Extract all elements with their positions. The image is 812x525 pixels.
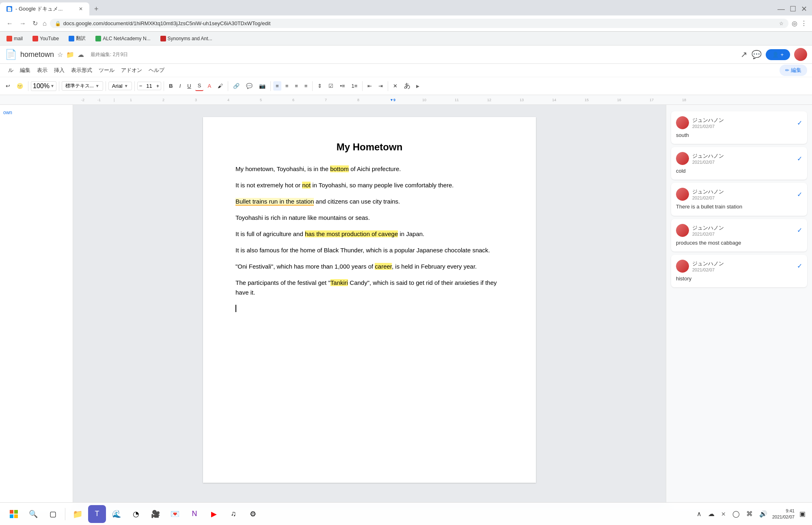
move-doc-btn[interactable]: 📁 bbox=[66, 51, 74, 59]
comment-header-5: ジュンハノン 2021/02/07 ✓ bbox=[676, 260, 802, 273]
italic-button[interactable]: I bbox=[177, 81, 184, 91]
bold-button[interactable]: B bbox=[166, 81, 175, 91]
file-explorer-btn[interactable]: 📁 bbox=[69, 505, 86, 523]
cloud-icon[interactable]: ☁ bbox=[706, 508, 716, 519]
highlight-color-button[interactable]: 🖌 bbox=[215, 81, 225, 91]
new-tab-button[interactable]: + bbox=[91, 5, 102, 13]
font-family-select[interactable]: Arial ▼ bbox=[108, 82, 132, 90]
menu-file[interactable]: ル bbox=[5, 65, 17, 76]
checklist-btn[interactable]: ☑ bbox=[326, 81, 336, 91]
bookmark-alc[interactable]: ALC NetAcademy N... bbox=[92, 35, 153, 42]
youtube-taskbar-btn[interactable]: ▶ bbox=[205, 505, 223, 523]
share-button[interactable]: 👤 + bbox=[766, 49, 790, 60]
link-button[interactable]: 🔗 bbox=[231, 81, 242, 91]
comment-resolve-btn-4[interactable]: ✓ bbox=[797, 226, 802, 234]
star-doc-btn[interactable]: ☆ bbox=[57, 51, 63, 59]
comment-resolve-btn-5[interactable]: ✓ bbox=[797, 262, 802, 270]
align-left-btn[interactable]: ≡ bbox=[273, 81, 281, 91]
more-options-btn[interactable]: ▸ bbox=[416, 82, 419, 90]
tab-close-btn[interactable]: ✕ bbox=[79, 6, 83, 12]
font-size-decrease-btn[interactable]: − bbox=[138, 82, 144, 90]
outline-item-hometown[interactable]: own bbox=[3, 108, 69, 117]
bookmark-youtube[interactable]: YouTube bbox=[29, 35, 62, 42]
comment-text-3: There is a bullet train station bbox=[676, 203, 802, 210]
indent-less-btn[interactable]: ⇤ bbox=[365, 81, 374, 91]
align-right-btn[interactable]: ≡ bbox=[292, 81, 300, 91]
toolbar-paint-btn[interactable]: 🌝 bbox=[14, 81, 26, 91]
home-btn[interactable]: ⌂ bbox=[43, 20, 47, 27]
star-btn[interactable]: ☆ bbox=[779, 21, 784, 26]
music-btn[interactable]: ♫ bbox=[225, 505, 242, 523]
teams-btn[interactable]: T bbox=[88, 505, 106, 523]
comment-header-4: ジュンハノン 2021/02/07 ✓ bbox=[676, 224, 802, 237]
comment-resolve-btn-1[interactable]: ✓ bbox=[797, 119, 802, 127]
edge-btn[interactable]: 🌊 bbox=[108, 505, 125, 523]
doc-title[interactable]: hometown bbox=[20, 50, 54, 59]
edit-mode-button[interactable]: ✏ 編集 bbox=[780, 65, 807, 76]
comment-resolve-btn-2[interactable]: ✓ bbox=[797, 155, 802, 163]
comment-text-4: produces the most cabbage bbox=[676, 239, 802, 247]
underline-button[interactable]: U bbox=[185, 81, 193, 91]
menu-edit[interactable]: 編集 bbox=[17, 65, 34, 76]
wifi-icon[interactable]: ⌘ bbox=[745, 508, 754, 519]
menu-addons[interactable]: アドオン bbox=[118, 65, 145, 76]
start-button[interactable] bbox=[5, 505, 23, 523]
line-spacing-btn[interactable]: ⇕ bbox=[315, 81, 324, 91]
task-view-button[interactable]: ▢ bbox=[44, 505, 62, 523]
outlook-btn[interactable]: 💌 bbox=[166, 505, 184, 523]
close-notification-icon[interactable]: ✕ bbox=[719, 509, 728, 519]
zoom-control[interactable]: 100% ▼ bbox=[31, 81, 56, 91]
strikethrough-button[interactable]: S bbox=[195, 81, 204, 91]
active-tab[interactable]: 📄 - Google ドキュメ... ✕ bbox=[0, 2, 89, 15]
text-color-button[interactable]: A bbox=[205, 81, 214, 91]
comment-resolve-btn-3[interactable]: ✓ bbox=[797, 191, 802, 198]
toolbar-sep-9 bbox=[362, 81, 363, 91]
japanese-input-btn[interactable]: あ bbox=[402, 80, 413, 92]
back-btn[interactable]: ← bbox=[5, 20, 15, 27]
toolbar-undo-btn[interactable]: ↩ bbox=[3, 81, 13, 91]
chevron-up-icon[interactable]: ∧ bbox=[695, 508, 703, 519]
power-icon[interactable]: ◯ bbox=[731, 508, 741, 519]
onenote-btn[interactable]: N bbox=[186, 505, 203, 523]
comment-icon[interactable]: 💬 bbox=[752, 50, 762, 59]
menu-btn[interactable]: ⋮ bbox=[801, 20, 807, 27]
notifications-icon[interactable]: ▣ bbox=[798, 508, 807, 519]
font-size-increase-btn[interactable]: + bbox=[155, 82, 161, 90]
video-btn[interactable]: 🎥 bbox=[147, 505, 164, 523]
activity-icon[interactable]: ↗ bbox=[741, 50, 747, 59]
menu-view[interactable]: 表示 bbox=[34, 65, 51, 76]
menu-tools[interactable]: ツール bbox=[95, 65, 118, 76]
bookmark-synonyms[interactable]: Synonyms and Ant... bbox=[157, 35, 216, 42]
image-button[interactable]: 📷 bbox=[257, 81, 268, 91]
bookmark-translate[interactable]: 翻訳 bbox=[65, 34, 89, 43]
forward-btn[interactable]: → bbox=[18, 20, 28, 27]
numbered-list-btn[interactable]: 1≡ bbox=[349, 81, 360, 91]
menu-insert[interactable]: 挿入 bbox=[51, 65, 68, 76]
align-center-btn[interactable]: ≡ bbox=[283, 81, 291, 91]
reload-btn[interactable]: ↻ bbox=[31, 20, 39, 27]
url-display[interactable]: docs.google.com/document/d/1hiRMXKtq10mt… bbox=[63, 20, 777, 26]
search-button[interactable]: 🔍 bbox=[24, 505, 42, 523]
align-justify-btn[interactable]: ≡ bbox=[302, 81, 310, 91]
ruler-mark-8: 8 bbox=[357, 98, 359, 102]
indent-more-btn[interactable]: ⇥ bbox=[376, 81, 385, 91]
window-close-btn[interactable]: ✕ bbox=[801, 4, 812, 13]
paragraph-style-select[interactable]: 標準テキス... ▼ bbox=[62, 81, 103, 91]
menu-format[interactable]: 表示形式 bbox=[68, 65, 95, 76]
chrome-btn[interactable]: ◔ bbox=[127, 505, 145, 523]
zoom-dropdown-icon[interactable]: ▼ bbox=[50, 84, 54, 88]
window-minimize-btn[interactable]: — bbox=[777, 5, 790, 13]
user-avatar[interactable] bbox=[794, 48, 807, 61]
window-maximize-btn[interactable]: ☐ bbox=[790, 4, 801, 13]
font-size-value[interactable]: 11 bbox=[144, 82, 154, 90]
clear-format-btn[interactable]: ✕ bbox=[391, 81, 400, 91]
document-area[interactable]: My Hometown My hometown, Toyohashi, is i… bbox=[73, 105, 666, 510]
menu-help[interactable]: ヘルプ bbox=[145, 65, 168, 76]
settings-taskbar-btn[interactable]: ⚙ bbox=[244, 505, 262, 523]
bullets-btn[interactable]: •≡ bbox=[337, 81, 347, 91]
bookmark-gmail[interactable]: mail bbox=[3, 35, 26, 42]
comment-text-5: history bbox=[676, 275, 802, 282]
volume-icon[interactable]: 🔊 bbox=[758, 508, 769, 519]
comment-add-button[interactable]: 💬 bbox=[244, 81, 255, 91]
extensions-btn[interactable]: ◎ bbox=[792, 20, 797, 27]
